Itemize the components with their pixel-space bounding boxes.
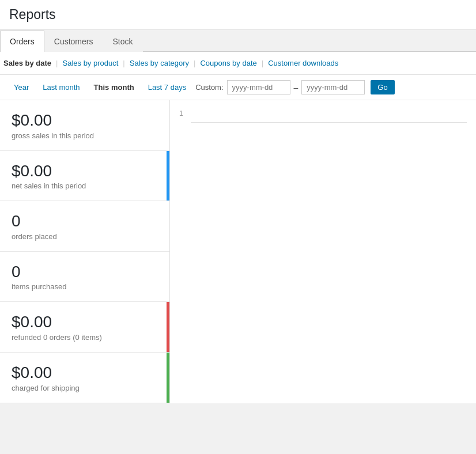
- filter-this-month[interactable]: This month: [87, 80, 141, 95]
- chart-grid-line: [191, 122, 467, 123]
- subnav-coupons-by-date[interactable]: Coupons by date: [197, 56, 260, 70]
- charged-shipping-value: $0.00: [12, 363, 158, 383]
- refunded-label: refunded 0 orders (0 items): [12, 333, 158, 342]
- net-sales-bar: [167, 151, 169, 201]
- subnav-sep-1: |: [55, 59, 59, 67]
- subnav-bar: Sales by date | Sales by product | Sales…: [0, 52, 476, 75]
- subnav-customer-downloads[interactable]: Customer downloads: [265, 56, 342, 70]
- chart-grid: 1: [179, 109, 467, 394]
- subnav-sales-by-product[interactable]: Sales by product: [59, 56, 122, 70]
- subnav-sep-3: |: [192, 59, 197, 67]
- chart-y-label: 1: [179, 109, 183, 118]
- net-sales-label: net sales in this period: [12, 181, 158, 190]
- stat-items-purchased: 0 items purchased: [0, 252, 169, 302]
- custom-label: Custom:: [195, 83, 223, 92]
- subnav-sep-2: |: [122, 59, 126, 67]
- content-area: $0.00 gross sales in this period $0.00 n…: [0, 100, 476, 403]
- charged-shipping-bar: [167, 353, 169, 403]
- stat-charged-shipping: $0.00 charged for shipping: [0, 353, 169, 403]
- filter-custom: Custom: – Go: [195, 80, 395, 94]
- filter-last-7-days[interactable]: Last 7 days: [141, 80, 194, 95]
- stat-refunded: $0.00 refunded 0 orders (0 items): [0, 302, 169, 353]
- page-title: Reports: [9, 7, 467, 22]
- filter-go-button[interactable]: Go: [371, 80, 394, 94]
- stat-orders-placed: 0 orders placed: [0, 201, 169, 252]
- subnav-sep-4: |: [260, 59, 265, 67]
- subnav-sales-by-date[interactable]: Sales by date: [0, 56, 55, 70]
- stat-net-sales: $0.00 net sales in this period: [0, 151, 169, 202]
- chart-panel: 1: [170, 100, 476, 403]
- tab-stock[interactable]: Stock: [103, 31, 142, 52]
- filter-year[interactable]: Year: [7, 80, 36, 95]
- orders-placed-label: orders placed: [12, 232, 158, 241]
- stats-panel: $0.00 gross sales in this period $0.00 n…: [0, 100, 170, 403]
- refunded-bar: [167, 302, 169, 352]
- orders-placed-value: 0: [12, 211, 158, 231]
- subnav-sales-by-category[interactable]: Sales by category: [126, 56, 192, 70]
- filter-bar: Year Last month This month Last 7 days C…: [0, 75, 476, 100]
- filter-last-month[interactable]: Last month: [36, 80, 86, 95]
- refunded-value: $0.00: [12, 312, 158, 332]
- tabs-bar: Orders Customers Stock: [0, 30, 476, 52]
- tab-orders[interactable]: Orders: [0, 31, 44, 52]
- custom-end-date[interactable]: [301, 80, 365, 94]
- custom-start-date[interactable]: [227, 80, 290, 94]
- items-purchased-value: 0: [12, 262, 158, 282]
- stat-gross-sales: $0.00 gross sales in this period: [0, 100, 169, 151]
- charged-shipping-label: charged for shipping: [12, 384, 158, 392]
- date-range-dash: –: [294, 83, 299, 92]
- tab-customers[interactable]: Customers: [44, 31, 103, 52]
- gross-sales-value: $0.00: [12, 111, 158, 130]
- gross-sales-label: gross sales in this period: [12, 131, 158, 140]
- page-header: Reports: [0, 0, 476, 30]
- net-sales-value: $0.00: [12, 161, 158, 181]
- items-purchased-label: items purchased: [12, 282, 158, 291]
